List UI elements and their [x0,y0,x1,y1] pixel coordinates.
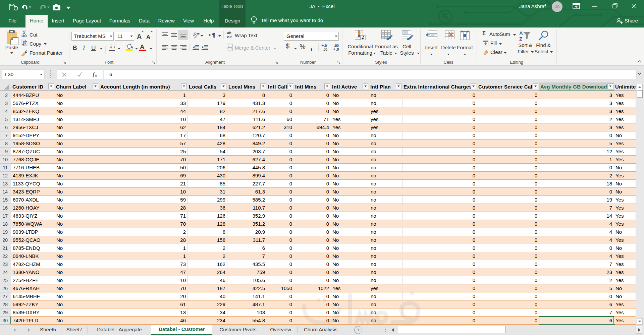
svg-text:A: A [146,34,150,40]
svg-text:.0: .0 [324,44,327,48]
svg-text:.00: .00 [334,44,339,48]
svg-text:c: c [227,35,229,39]
svg-text:A: A [519,30,523,36]
svg-text:Z: Z [519,36,522,42]
svg-text:A: A [137,33,142,40]
svg-text:¶: ¶ [212,32,215,38]
svg-text:ab: ab [227,31,231,35]
svg-text:x: x [95,73,97,77]
svg-text:.00: .00 [323,48,327,51]
svg-text:.0: .0 [336,48,339,51]
